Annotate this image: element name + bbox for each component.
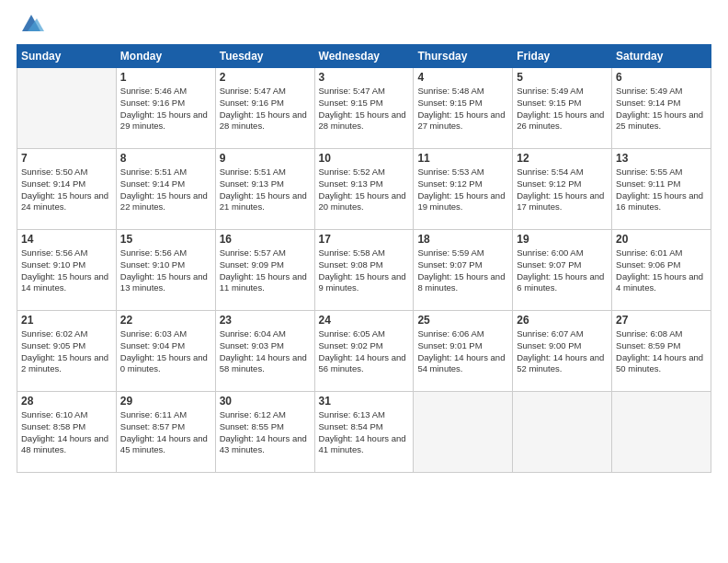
day-info: Sunrise: 6:10 AM Sunset: 8:58 PM Dayligh… [21,409,112,456]
calendar-cell: 27 Sunrise: 6:08 AM Sunset: 8:59 PM Dayl… [612,311,711,392]
day-info: Sunrise: 5:52 AM Sunset: 9:13 PM Dayligh… [319,167,410,213]
day-number: 27 [616,314,707,327]
calendar-week-4: 28 Sunrise: 6:10 AM Sunset: 8:58 PM Dayl… [17,392,711,473]
calendar-cell: 30 Sunrise: 6:12 AM Sunset: 8:55 PM Dayl… [215,392,314,473]
calendar-header-thursday: Thursday [414,45,513,68]
day-number: 26 [517,314,608,327]
day-info: Sunrise: 5:59 AM Sunset: 9:07 PM Dayligh… [417,247,508,294]
day-number: 23 [220,314,311,327]
day-info: Sunrise: 5:46 AM Sunset: 9:16 PM Dayligh… [120,86,211,132]
calendar-cell: 28 Sunrise: 6:10 AM Sunset: 8:58 PM Dayl… [17,392,117,473]
day-number: 5 [517,71,608,84]
calendar-week-0: 1 Sunrise: 5:46 AM Sunset: 9:16 PM Dayli… [17,68,711,149]
calendar-cell: 2 Sunrise: 5:47 AM Sunset: 9:16 PM Dayli… [215,68,314,149]
calendar-cell: 16 Sunrise: 5:57 AM Sunset: 9:09 PM Dayl… [215,230,314,311]
calendar-cell: 7 Sunrise: 5:50 AM Sunset: 9:14 PM Dayli… [17,149,117,230]
calendar-cell: 21 Sunrise: 6:02 AM Sunset: 9:05 PM Dayl… [17,311,117,392]
day-info: Sunrise: 5:50 AM Sunset: 9:14 PM Dayligh… [21,167,112,213]
calendar-cell: 19 Sunrise: 6:00 AM Sunset: 9:07 PM Dayl… [513,230,612,311]
day-info: Sunrise: 5:54 AM Sunset: 9:12 PM Dayligh… [517,167,608,213]
day-number: 7 [21,152,112,165]
calendar-cell: 23 Sunrise: 6:04 AM Sunset: 9:03 PM Dayl… [215,311,314,392]
calendar-cell: 31 Sunrise: 6:13 AM Sunset: 8:54 PM Dayl… [314,392,414,473]
day-number: 16 [220,233,311,246]
logo-icon [18,11,44,37]
day-info: Sunrise: 6:06 AM Sunset: 9:01 PM Dayligh… [417,328,508,375]
calendar-cell: 22 Sunrise: 6:03 AM Sunset: 9:04 PM Dayl… [116,311,215,392]
day-number: 12 [517,152,608,165]
day-number: 25 [417,314,508,327]
calendar-cell: 1 Sunrise: 5:46 AM Sunset: 9:16 PM Dayli… [116,68,215,149]
day-number: 2 [220,71,311,84]
day-info: Sunrise: 6:03 AM Sunset: 9:04 PM Dayligh… [120,328,211,375]
calendar-cell: 4 Sunrise: 5:48 AM Sunset: 9:15 PM Dayli… [414,68,513,149]
calendar-cell: 15 Sunrise: 5:56 AM Sunset: 9:10 PM Dayl… [116,230,215,311]
day-info: Sunrise: 6:04 AM Sunset: 9:03 PM Dayligh… [220,328,311,375]
day-info: Sunrise: 6:12 AM Sunset: 8:55 PM Dayligh… [220,409,311,456]
day-info: Sunrise: 5:56 AM Sunset: 9:10 PM Dayligh… [120,247,211,294]
calendar-header-sunday: Sunday [17,45,117,68]
calendar-header-friday: Friday [513,45,612,68]
calendar-week-1: 7 Sunrise: 5:50 AM Sunset: 9:14 PM Dayli… [17,149,711,230]
calendar-cell: 11 Sunrise: 5:53 AM Sunset: 9:12 PM Dayl… [414,149,513,230]
day-info: Sunrise: 6:13 AM Sunset: 8:54 PM Dayligh… [319,409,410,456]
calendar-cell: 18 Sunrise: 5:59 AM Sunset: 9:07 PM Dayl… [414,230,513,311]
day-info: Sunrise: 5:51 AM Sunset: 9:14 PM Dayligh… [120,167,211,213]
day-number: 1 [120,71,211,84]
calendar-header-monday: Monday [116,45,215,68]
day-info: Sunrise: 5:49 AM Sunset: 9:15 PM Dayligh… [517,86,608,132]
calendar-header-wednesday: Wednesday [314,45,414,68]
day-number: 28 [21,395,112,408]
calendar-cell: 6 Sunrise: 5:49 AM Sunset: 9:14 PM Dayli… [612,68,711,149]
day-number: 11 [417,152,508,165]
day-info: Sunrise: 5:55 AM Sunset: 9:11 PM Dayligh… [616,167,707,213]
day-number: 3 [319,71,410,84]
day-number: 15 [120,233,211,246]
day-number: 19 [517,233,608,246]
day-info: Sunrise: 5:48 AM Sunset: 9:15 PM Dayligh… [417,86,508,132]
day-info: Sunrise: 5:47 AM Sunset: 9:15 PM Dayligh… [319,86,410,132]
calendar-week-3: 21 Sunrise: 6:02 AM Sunset: 9:05 PM Dayl… [17,311,711,392]
calendar-cell: 14 Sunrise: 5:56 AM Sunset: 9:10 PM Dayl… [17,230,117,311]
day-info: Sunrise: 5:57 AM Sunset: 9:09 PM Dayligh… [220,247,311,294]
calendar-cell: 17 Sunrise: 5:58 AM Sunset: 9:08 PM Dayl… [314,230,414,311]
day-number: 4 [417,71,508,84]
calendar-cell: 3 Sunrise: 5:47 AM Sunset: 9:15 PM Dayli… [314,68,414,149]
day-info: Sunrise: 6:02 AM Sunset: 9:05 PM Dayligh… [21,328,112,375]
calendar-cell: 26 Sunrise: 6:07 AM Sunset: 9:00 PM Dayl… [513,311,612,392]
day-number: 10 [319,152,410,165]
calendar-cell: 20 Sunrise: 6:01 AM Sunset: 9:06 PM Dayl… [612,230,711,311]
day-info: Sunrise: 5:51 AM Sunset: 9:13 PM Dayligh… [220,167,311,213]
calendar-cell: 13 Sunrise: 5:55 AM Sunset: 9:11 PM Dayl… [612,149,711,230]
calendar-cell [513,392,612,473]
day-info: Sunrise: 5:58 AM Sunset: 9:08 PM Dayligh… [319,247,410,294]
calendar-cell: 5 Sunrise: 5:49 AM Sunset: 9:15 PM Dayli… [513,68,612,149]
calendar-header-tuesday: Tuesday [215,45,314,68]
day-info: Sunrise: 6:05 AM Sunset: 9:02 PM Dayligh… [319,328,410,375]
calendar-cell [612,392,711,473]
calendar-header-saturday: Saturday [612,45,711,68]
day-info: Sunrise: 6:01 AM Sunset: 9:06 PM Dayligh… [616,247,707,294]
calendar-week-2: 14 Sunrise: 5:56 AM Sunset: 9:10 PM Dayl… [17,230,711,311]
calendar-cell: 9 Sunrise: 5:51 AM Sunset: 9:13 PM Dayli… [215,149,314,230]
day-number: 29 [120,395,211,408]
calendar-cell: 8 Sunrise: 5:51 AM Sunset: 9:14 PM Dayli… [116,149,215,230]
calendar-cell: 29 Sunrise: 6:11 AM Sunset: 8:57 PM Dayl… [116,392,215,473]
day-number: 13 [616,152,707,165]
day-info: Sunrise: 5:53 AM Sunset: 9:12 PM Dayligh… [417,167,508,213]
day-number: 20 [616,233,707,246]
header [17,15,711,37]
calendar-cell [414,392,513,473]
day-number: 18 [417,233,508,246]
page: SundayMondayTuesdayWednesdayThursdayFrid… [0,0,728,563]
calendar-cell: 10 Sunrise: 5:52 AM Sunset: 9:13 PM Dayl… [314,149,414,230]
calendar-table: SundayMondayTuesdayWednesdayThursdayFrid… [17,44,711,473]
calendar-cell: 12 Sunrise: 5:54 AM Sunset: 9:12 PM Dayl… [513,149,612,230]
logo [17,15,44,37]
day-number: 6 [616,71,707,84]
day-number: 8 [120,152,211,165]
day-number: 24 [319,314,410,327]
day-info: Sunrise: 5:56 AM Sunset: 9:10 PM Dayligh… [21,247,112,294]
day-info: Sunrise: 5:49 AM Sunset: 9:14 PM Dayligh… [616,86,707,132]
day-info: Sunrise: 6:11 AM Sunset: 8:57 PM Dayligh… [120,409,211,456]
